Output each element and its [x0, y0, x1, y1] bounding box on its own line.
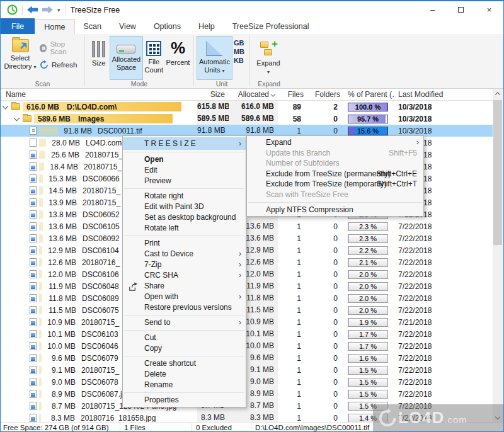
- menu-item-create-shortcut[interactable]: Create shortcut: [123, 358, 246, 369]
- menu-item-copy[interactable]: Copy: [123, 343, 246, 354]
- scroll-up-icon[interactable]: [493, 89, 503, 99]
- expand-button[interactable]: + Expand▾: [253, 36, 284, 80]
- percent-cell: 2.0 %: [344, 306, 394, 315]
- refresh-button[interactable]: Refresh: [37, 60, 82, 70]
- table-row[interactable]: 589.6 MB Images 589.5 MB 589.6 MB 58 0 9…: [1, 113, 494, 125]
- unit-kb[interactable]: KB: [234, 57, 244, 64]
- menu-item-restore-previous-versions[interactable]: Restore previous versions: [123, 302, 246, 313]
- table-row[interactable]: 10.9 MB20180715_ 10.9 MB 10.9 MB 1 0 1.9…: [1, 316, 494, 328]
- size-mode-button[interactable]: Size: [88, 36, 110, 80]
- column-header-name[interactable]: Name: [1, 89, 197, 100]
- unit-mb[interactable]: MB: [234, 48, 244, 55]
- menu-item-exclude-from-treesize-temporarily[interactable]: Exclude from TreeSize (temporarily)Shift…: [247, 179, 423, 190]
- forward-icon[interactable]: [42, 6, 53, 14]
- percent-cell: 95.7 %: [344, 115, 394, 123]
- tab-scan[interactable]: Scan: [75, 19, 111, 34]
- menu-item-delete[interactable]: Delete: [123, 369, 246, 380]
- table-row[interactable]: 11.8 MBDSC06089 11.8 MB 11.8 MB 1 0 2.0 …: [1, 292, 494, 304]
- table-row[interactable]: 10.0 MBDSC06046 10.0 MB 10.0 MB 1 0 1.7 …: [1, 340, 494, 352]
- expand-chevron-icon[interactable]: [3, 103, 9, 109]
- close-button[interactable]: ×: [475, 1, 503, 18]
- table-row[interactable]: 13.6 MBDSC06092 13.6 MB 13.6 MB 1 0 2.3 …: [1, 232, 494, 244]
- tab-treesize-professional[interactable]: TreeSize Professional: [224, 19, 318, 34]
- table-row[interactable]: 11.9 MBDSC06048 11.9 MB 11.9 MB 1 0 2.0 …: [1, 280, 494, 292]
- menu-item-edit[interactable]: Edit: [123, 165, 246, 176]
- img-icon: [30, 390, 37, 398]
- qat-customize-icon[interactable]: ▾: [57, 7, 60, 13]
- column-header-files[interactable]: Files: [278, 89, 307, 100]
- menu-item-edit-with-paint-3d[interactable]: Edit with Paint 3D: [123, 202, 246, 212]
- unit-gb[interactable]: GB: [234, 39, 244, 47]
- size-bar: [39, 354, 42, 362]
- menu-item-exclude-from-treesize-permanently[interactable]: Exclude from TreeSize (permanently)Shift…: [247, 169, 423, 179]
- percent-button[interactable]: % Percent: [165, 36, 191, 80]
- table-row[interactable]: 9.6 MBDSC06079 9.6 MB 9.6 MB 1 0 1.6 % 7…: [1, 352, 494, 364]
- select-directory-button[interactable]: SelectDirectory ▾: [3, 36, 37, 80]
- files-cell: 1: [278, 402, 307, 411]
- name-cell[interactable]: 616.0 MB D:\LO4D.com\: [1, 101, 197, 113]
- column-header-percent-of-parent[interactable]: % of Parent (…: [344, 89, 394, 100]
- menu-item-number-of-subfolders[interactable]: Number of Subfolders: [247, 158, 423, 169]
- tab-file[interactable]: File: [1, 18, 35, 34]
- menu-item-expand[interactable]: Expand›: [247, 137, 423, 148]
- menu-item-set-as-desktop-background[interactable]: Set as desktop background: [123, 212, 246, 223]
- menu-item-properties[interactable]: Properties: [123, 395, 246, 406]
- menu-item-open-with[interactable]: Open with›: [123, 292, 246, 302]
- back-icon[interactable]: [27, 6, 38, 14]
- column-header-last-modified[interactable]: Last Modified: [394, 89, 451, 100]
- scrollbar-thumb[interactable]: [493, 100, 502, 245]
- table-row[interactable]: 11.5 MBDSC06075 11.5 MB 11.5 MB 1 0 2.0 …: [1, 304, 494, 316]
- table-row[interactable]: 616.0 MB D:\LO4D.com\ 615.8 MB 616.0 MB …: [1, 101, 494, 113]
- folders-cell: 0: [307, 234, 344, 243]
- size-bar: 589.6 MB Images: [34, 114, 173, 123]
- allocated-space-button[interactable]: AllocatedSpace: [110, 36, 142, 80]
- name-cell[interactable]: 589.6 MB Images: [1, 113, 197, 125]
- menu-item-update-this-branch[interactable]: Update this BranchShift+F5: [247, 148, 423, 159]
- table-row[interactable]: 12.6 MB20180716_ 12.6 MB 12.6 MB 1 0 2.1…: [1, 256, 494, 268]
- table-row[interactable]: 8.9 MBDSC06087.jpg 8.9 MB 8.9 MB 1 0 1.5…: [1, 388, 494, 400]
- expand-chevron-icon[interactable]: [14, 115, 20, 121]
- menu-item-apply-ntfs-compression[interactable]: Apply NTFS Compression: [247, 205, 423, 215]
- files-cell: 1: [278, 414, 307, 423]
- last-modified-cell: 7/22/2018: [394, 366, 451, 375]
- menu-item-send-to[interactable]: Send to›: [123, 317, 246, 328]
- automatic-units-button[interactable]: AutomaticUnits ▾: [197, 36, 232, 80]
- vertical-scrollbar[interactable]: [493, 89, 503, 422]
- tab-options[interactable]: Options: [145, 19, 190, 34]
- menu-item-t-r-e-e-s-i-z-e[interactable]: T R E E S I Z E›: [123, 137, 246, 150]
- menu-item-cast-to-device[interactable]: Cast to Device›: [123, 249, 246, 259]
- name-cell[interactable]: 8.3 MB20180716_181658.jpg: [1, 412, 197, 422]
- table-row[interactable]: 10.1 MBDSC06103 10.1 MB 10.1 MB 1 0 1.7 …: [1, 328, 494, 340]
- menu-item-preview[interactable]: Preview: [123, 176, 246, 186]
- menu-item-share[interactable]: Share: [123, 281, 246, 292]
- table-row[interactable]: 13.6 MBDSC06105 13.6 MB 13.6 MB 1 0 2.3 …: [1, 220, 494, 232]
- table-row[interactable]: 9.0 MBDSC06078 9.0 MB 9.0 MB 1 0 1.5 % 7…: [1, 376, 494, 388]
- minimize-button[interactable]: –: [418, 1, 447, 18]
- maximize-button[interactable]: [447, 1, 475, 18]
- size-bar: [39, 210, 43, 219]
- column-header-allocated[interactable]: Allocated: [229, 89, 278, 100]
- tab-home[interactable]: Home: [35, 19, 74, 34]
- folders-cell: 0: [307, 402, 344, 411]
- tab-view[interactable]: View: [110, 19, 145, 34]
- menu-item-rename[interactable]: Rename: [123, 380, 246, 390]
- menu-item-7-zip[interactable]: 7-Zip›: [123, 259, 246, 270]
- menu-item-print[interactable]: Print: [123, 238, 246, 249]
- menu-item-open[interactable]: Open: [123, 154, 246, 165]
- tab-help[interactable]: Help: [190, 19, 224, 34]
- menu-item-scan-with-treesize-free[interactable]: Scan with TreeSize Free: [247, 190, 423, 200]
- table-row[interactable]: 12.0 MBDSC06106 12.0 MB 12.0 MB 1 0 2.0 …: [1, 268, 494, 280]
- stop-scan-button[interactable]: Stop Scan: [37, 40, 82, 56]
- file-count-button[interactable]: FileCount: [143, 36, 165, 80]
- menu-item-rotate-left[interactable]: Rotate left: [123, 223, 246, 234]
- column-header-size[interactable]: Size: [197, 89, 229, 100]
- divider: [120, 423, 120, 432]
- table-row[interactable]: 12.9 MBDSC06104 12.9 MB 12.9 MB 1 0 2.2 …: [1, 244, 494, 256]
- table-row[interactable]: 9.1 MB20180715_ 9.1 MB 9.1 MB 1 0 1.5 % …: [1, 364, 494, 376]
- menu-separator: [124, 356, 244, 356]
- menu-item-cut[interactable]: Cut: [123, 333, 246, 343]
- last-modified-cell: 7/22/2018: [394, 294, 451, 303]
- menu-item-rotate-right[interactable]: Rotate right: [123, 191, 246, 202]
- column-header-folders[interactable]: Folders: [307, 89, 344, 100]
- menu-item-crc-sha[interactable]: CRC SHA›: [123, 270, 246, 281]
